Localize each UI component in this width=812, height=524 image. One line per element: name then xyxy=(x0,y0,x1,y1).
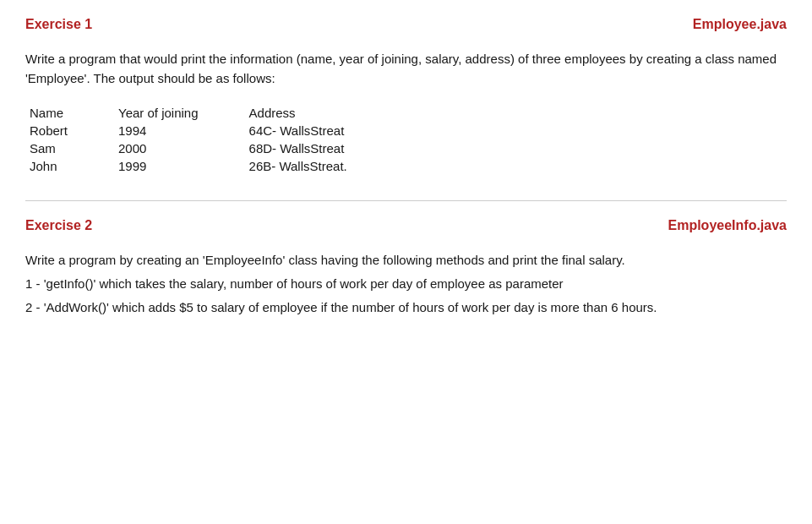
employee-name-1: Robert xyxy=(30,122,118,139)
employee-address-2: 68D- WallsStreat xyxy=(249,139,401,157)
exercise2-header: Exercise 2 EmployeeInfo.java xyxy=(25,218,787,233)
table-row: Robert 1994 64C- WallsStreat xyxy=(30,122,401,139)
exercise1-description: Write a program that would print the inf… xyxy=(25,49,787,89)
employee-name-2: Sam xyxy=(30,139,118,157)
employee-name-3: John xyxy=(30,157,118,175)
exercise2-section: Exercise 2 EmployeeInfo.java Write a pro… xyxy=(25,218,787,318)
exercise2-line2: 1 - 'getInfo()' which takes the salary, … xyxy=(25,274,787,294)
employee-address-3: 26B- WallsStreat. xyxy=(249,157,401,175)
col-header-name: Name xyxy=(30,104,118,122)
table-row: Sam 2000 68D- WallsStreat xyxy=(30,139,401,157)
exercise1-file: Employee.java xyxy=(693,17,787,32)
exercise2-line1: Write a program by creating an 'Employee… xyxy=(25,250,787,270)
exercise2-title: Exercise 2 xyxy=(25,218,92,233)
employee-year-2: 2000 xyxy=(118,139,249,157)
employee-year-1: 1994 xyxy=(118,122,249,139)
section-divider xyxy=(25,200,787,201)
exercise1-header: Exercise 1 Employee.java xyxy=(25,17,787,32)
employee-year-3: 1999 xyxy=(118,157,249,175)
exercise1-section: Exercise 1 Employee.java Write a program… xyxy=(25,17,787,175)
employee-address-1: 64C- WallsStreat xyxy=(249,122,401,139)
exercise2-file: EmployeeInfo.java xyxy=(668,218,787,233)
table-row: John 1999 26B- WallsStreat. xyxy=(30,157,401,175)
exercise2-description: Write a program by creating an 'Employee… xyxy=(25,250,787,318)
page-container: Exercise 1 Employee.java Write a program… xyxy=(0,0,812,360)
col-header-year: Year of joining xyxy=(118,104,249,122)
exercise2-line3: 2 - 'AddWork()' which adds $5 to salary … xyxy=(25,297,787,318)
table-header-row: Name Year of joining Address xyxy=(30,104,401,122)
col-header-address: Address xyxy=(249,104,401,122)
employee-table: Name Year of joining Address Robert 1994 xyxy=(30,104,787,175)
exercise1-title: Exercise 1 xyxy=(25,17,92,32)
